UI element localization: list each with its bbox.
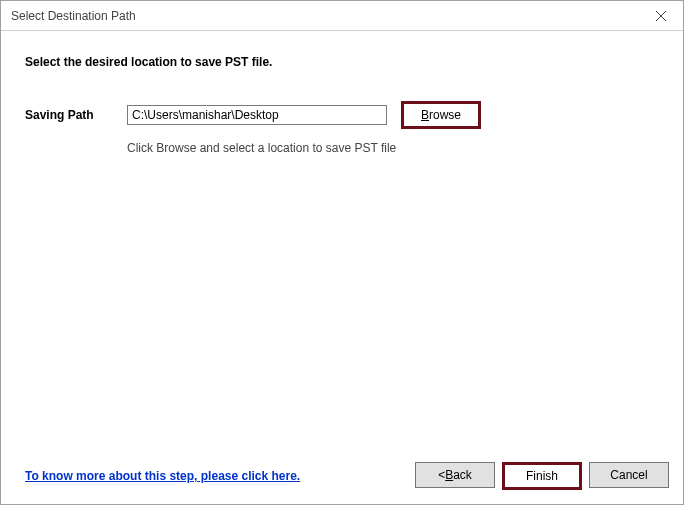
close-icon — [656, 11, 666, 21]
finish-button[interactable]: Finish — [502, 462, 582, 490]
saving-path-hint: Click Browse and select a location to sa… — [127, 141, 659, 155]
button-row: < Back Finish Cancel — [415, 462, 669, 490]
window-title: Select Destination Path — [11, 9, 136, 23]
browse-rest: rowse — [429, 108, 461, 122]
back-button[interactable]: < Back — [415, 462, 495, 488]
back-rest: ack — [453, 468, 472, 482]
titlebar: Select Destination Path — [1, 1, 683, 31]
dialog-window: Select Destination Path Select the desir… — [0, 0, 684, 505]
back-prefix: < — [438, 468, 445, 482]
footer: To know more about this step, please cli… — [25, 462, 669, 490]
saving-path-label: Saving Path — [25, 108, 113, 122]
saving-path-input[interactable] — [127, 105, 387, 125]
saving-path-row: Saving Path Browse — [25, 101, 659, 129]
page-heading: Select the desired location to save PST … — [25, 55, 659, 69]
help-link[interactable]: To know more about this step, please cli… — [25, 469, 300, 483]
browse-mnemonic: B — [421, 108, 429, 122]
close-button[interactable] — [638, 1, 683, 30]
back-mnemonic: B — [445, 468, 453, 482]
cancel-button[interactable]: Cancel — [589, 462, 669, 488]
browse-button[interactable]: Browse — [401, 101, 481, 129]
content-area: Select the desired location to save PST … — [1, 31, 683, 504]
